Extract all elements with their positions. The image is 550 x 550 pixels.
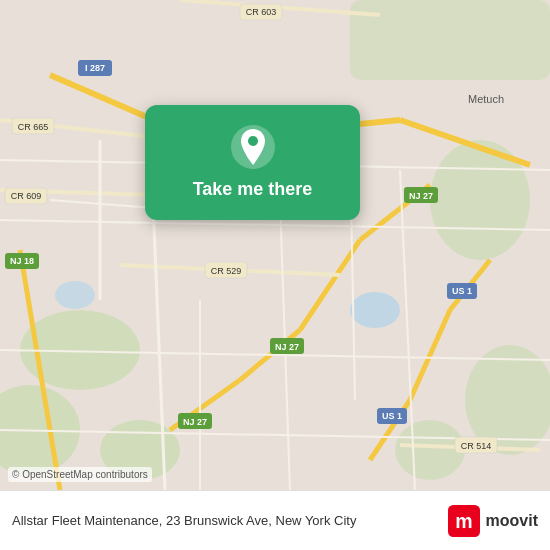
moovit-logo: m moovit (448, 505, 538, 537)
svg-text:CR 609: CR 609 (11, 191, 42, 201)
svg-text:CR 665: CR 665 (18, 122, 49, 132)
copyright-text: © OpenStreetMap contributors (8, 467, 152, 482)
location-pin-icon (229, 123, 277, 171)
map-card: Take me there (145, 105, 360, 220)
svg-text:NJ 27: NJ 27 (409, 191, 433, 201)
svg-rect-7 (350, 0, 550, 80)
svg-text:I 287: I 287 (85, 63, 105, 73)
svg-text:NJ 27: NJ 27 (183, 417, 207, 427)
svg-text:CR 514: CR 514 (461, 441, 492, 451)
svg-text:US 1: US 1 (382, 411, 402, 421)
svg-point-65 (248, 136, 258, 146)
moovit-text: moovit (486, 512, 538, 530)
take-me-there-button[interactable]: Take me there (193, 179, 313, 200)
svg-text:NJ 18: NJ 18 (10, 256, 34, 266)
svg-text:m: m (455, 510, 472, 532)
svg-text:Metuch: Metuch (468, 93, 504, 105)
svg-text:CR 603: CR 603 (246, 7, 277, 17)
svg-text:US 1: US 1 (452, 286, 472, 296)
svg-point-6 (395, 420, 465, 480)
bottom-bar: Allstar Fleet Maintenance, 23 Brunswick … (0, 490, 550, 550)
svg-text:NJ 27: NJ 27 (275, 342, 299, 352)
svg-point-8 (350, 292, 400, 328)
moovit-icon: m (448, 505, 480, 537)
map-container: CR 603 I 287 I 287 CR 665 CR 609 NJ 18 C… (0, 0, 550, 490)
svg-text:CR 529: CR 529 (211, 266, 242, 276)
address-text: Allstar Fleet Maintenance, 23 Brunswick … (12, 513, 448, 528)
svg-point-9 (55, 281, 95, 309)
